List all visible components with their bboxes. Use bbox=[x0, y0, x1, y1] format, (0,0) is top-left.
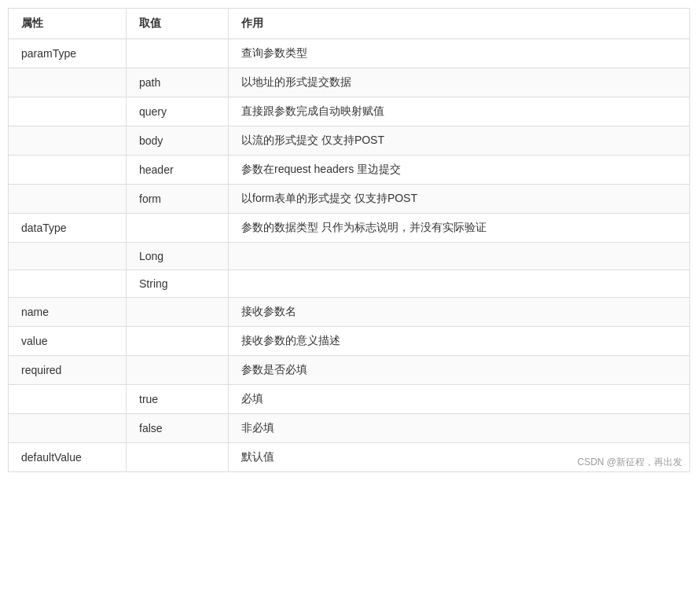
table-row: required参数是否必填 bbox=[9, 356, 690, 385]
cell-val bbox=[127, 39, 229, 68]
table-row: query直接跟参数完成自动映射赋值 bbox=[9, 97, 690, 126]
table-header-row: 属性 取值 作用 bbox=[9, 9, 690, 39]
cell-attr: name bbox=[9, 298, 127, 327]
cell-attr bbox=[9, 156, 127, 185]
cell-desc: 参数的数据类型 只作为标志说明，并没有实际验证 bbox=[229, 214, 690, 243]
table-row: dataType参数的数据类型 只作为标志说明，并没有实际验证 bbox=[9, 214, 690, 243]
page-wrapper: 属性 取值 作用 paramType查询参数类型path以地址的形式提交数据qu… bbox=[0, 0, 698, 480]
table-row: header参数在request headers 里边提交 bbox=[9, 156, 690, 185]
cell-val: query bbox=[127, 97, 229, 126]
col-header-desc: 作用 bbox=[229, 9, 690, 39]
cell-desc: 非必填 bbox=[229, 414, 690, 443]
cell-attr bbox=[9, 97, 127, 126]
cell-val: true bbox=[127, 385, 229, 414]
cell-attr bbox=[9, 385, 127, 414]
cell-attr bbox=[9, 243, 127, 270]
cell-attr bbox=[9, 414, 127, 443]
cell-val bbox=[127, 298, 229, 327]
cell-val: path bbox=[127, 68, 229, 97]
cell-desc: 以form表单的形式提交 仅支持POST bbox=[229, 185, 690, 214]
cell-desc: 接收参数的意义描述 bbox=[229, 327, 690, 356]
cell-attr: dataType bbox=[9, 214, 127, 243]
table-row: Long bbox=[9, 243, 690, 270]
cell-desc: 以地址的形式提交数据 bbox=[229, 68, 690, 97]
cell-val: String bbox=[127, 270, 229, 298]
table-row: name接收参数名 bbox=[9, 298, 690, 327]
table-row: true必填 bbox=[9, 385, 690, 414]
cell-val bbox=[127, 443, 229, 472]
table-row: paramType查询参数类型 bbox=[9, 39, 690, 68]
cell-desc: 以流的形式提交 仅支持POST bbox=[229, 126, 690, 156]
cell-desc: 参数是否必填 bbox=[229, 356, 690, 385]
cell-attr bbox=[9, 185, 127, 214]
cell-desc bbox=[229, 270, 690, 298]
cell-desc: 参数在request headers 里边提交 bbox=[229, 156, 690, 185]
attributes-table: 属性 取值 作用 paramType查询参数类型path以地址的形式提交数据qu… bbox=[8, 8, 690, 472]
cell-desc: 直接跟参数完成自动映射赋值 bbox=[229, 97, 690, 126]
cell-attr: required bbox=[9, 356, 127, 385]
table-row: String bbox=[9, 270, 690, 298]
cell-val bbox=[127, 327, 229, 356]
cell-attr: value bbox=[9, 327, 127, 356]
col-header-val: 取值 bbox=[127, 9, 229, 39]
cell-val: form bbox=[127, 185, 229, 214]
table-row: false非必填 bbox=[9, 414, 690, 443]
cell-val bbox=[127, 214, 229, 243]
cell-attr bbox=[9, 68, 127, 97]
cell-val: header bbox=[127, 156, 229, 185]
cell-desc: 接收参数名 bbox=[229, 298, 690, 327]
cell-desc bbox=[229, 243, 690, 270]
table-row: form以form表单的形式提交 仅支持POST bbox=[9, 185, 690, 214]
table-row: path以地址的形式提交数据 bbox=[9, 68, 690, 97]
cell-val: body bbox=[127, 126, 229, 156]
cell-desc: 必填 bbox=[229, 385, 690, 414]
cell-attr bbox=[9, 126, 127, 156]
cell-val bbox=[127, 356, 229, 385]
table-row: value接收参数的意义描述 bbox=[9, 327, 690, 356]
cell-val: Long bbox=[127, 243, 229, 270]
col-header-attr: 属性 bbox=[9, 9, 127, 39]
cell-attr: defaultValue bbox=[9, 443, 127, 472]
watermark: CSDN @新征程，再出发 bbox=[577, 456, 682, 469]
cell-attr bbox=[9, 270, 127, 298]
cell-attr: paramType bbox=[9, 39, 127, 68]
table-row: body以流的形式提交 仅支持POST bbox=[9, 126, 690, 156]
cell-val: false bbox=[127, 414, 229, 443]
cell-desc: 查询参数类型 bbox=[229, 39, 690, 68]
